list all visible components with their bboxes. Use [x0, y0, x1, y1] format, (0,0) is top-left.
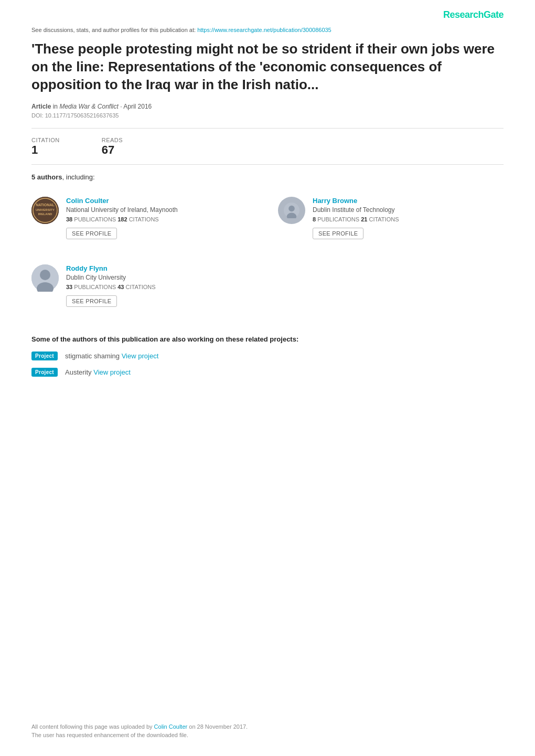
top-bar: ResearchGate — [31, 9, 504, 20]
page-footer: All content following this page was uplo… — [31, 723, 504, 740]
related-label: Some of the authors of this publication … — [31, 335, 504, 343]
authors-label: 5 authors, including: — [31, 173, 504, 181]
author-affil-harry: Dublin Institute of Technology — [313, 206, 399, 214]
author-card-harry: Harry Browne Dublin Institute of Technol… — [278, 188, 504, 253]
author-name-colin[interactable]: Colin Coulter — [66, 197, 178, 205]
author-stats-harry: 8 PUBLICATIONS 21 CITATIONS — [313, 216, 399, 222]
author-card-colin: NATIONAL UNIVERSITY IRELAND Colin Coulte… — [31, 188, 257, 253]
author-affil-roddy: Dublin City University — [66, 274, 156, 281]
publication-link[interactable]: https://www.researchgate.net/publication… — [197, 27, 331, 33]
project-badge-2: Project — [31, 368, 58, 377]
article-meta: Article in Media War & Conflict · April … — [31, 103, 504, 110]
divider-2 — [31, 164, 504, 165]
svg-text:IRELAND: IRELAND — [38, 212, 52, 216]
see-profile-roddy[interactable]: SEE PROFILE — [66, 295, 117, 307]
project-link-1[interactable]: View project — [122, 352, 159, 360]
project-text-2: Austerity View project — [65, 368, 131, 376]
svg-point-9 — [40, 270, 50, 280]
footer-author-link[interactable]: Colin Coulter — [154, 723, 188, 730]
author-avatar-colin: NATIONAL UNIVERSITY IRELAND — [31, 197, 59, 224]
project-item-1: Project stigmatic shaming View project — [31, 352, 504, 360]
author-stats-colin: 38 PUBLICATIONS 182 CITATIONS — [66, 216, 178, 222]
footer-line-2: The user has requested enhancement of th… — [31, 732, 504, 738]
svg-text:UNIVERSITY: UNIVERSITY — [36, 208, 55, 211]
see-profile-harry[interactable]: SEE PROFILE — [313, 228, 363, 239]
see-discussions-notice: See discussions, stats, and author profi… — [31, 27, 504, 33]
see-profile-colin[interactable]: SEE PROFILE — [66, 228, 117, 239]
author-stats-roddy: 33 PUBLICATIONS 43 CITATIONS — [66, 284, 156, 290]
reads-stat: READS 67 — [102, 137, 123, 157]
author-affil-colin: National University of Ireland, Maynooth — [66, 206, 178, 214]
project-text-1: stigmatic shaming View project — [65, 352, 158, 360]
svg-text:NATIONAL: NATIONAL — [36, 203, 55, 207]
author-card-roddy-wrapper: Roddy Flynn Dublin City University 33 PU… — [31, 256, 283, 321]
project-badge-1: Project — [31, 352, 58, 360]
svg-point-6 — [288, 206, 295, 212]
article-doi: DOI: 10.1177/1750635216637635 — [31, 112, 504, 119]
related-projects-section: Some of the authors of this publication … — [31, 335, 504, 377]
author-avatar-harry — [278, 197, 305, 224]
footer-line-1: All content following this page was uplo… — [31, 723, 504, 730]
article-title: 'These people protesting might not be so… — [31, 40, 504, 93]
project-item-2: Project Austerity View project — [31, 368, 504, 377]
author-avatar-roddy — [31, 264, 59, 292]
divider — [31, 128, 504, 129]
author-name-roddy[interactable]: Roddy Flynn — [66, 264, 156, 272]
stats-row: CITATION 1 READS 67 — [31, 137, 504, 157]
brand-logo: ResearchGate — [443, 9, 504, 20]
citation-stat: CITATION 1 — [31, 137, 60, 157]
author-card-roddy: Roddy Flynn Dublin City University 33 PU… — [31, 256, 283, 321]
project-link-2[interactable]: View project — [93, 368, 131, 376]
author-name-harry[interactable]: Harry Browne — [313, 197, 399, 205]
authors-grid: NATIONAL UNIVERSITY IRELAND Colin Coulte… — [31, 188, 504, 253]
